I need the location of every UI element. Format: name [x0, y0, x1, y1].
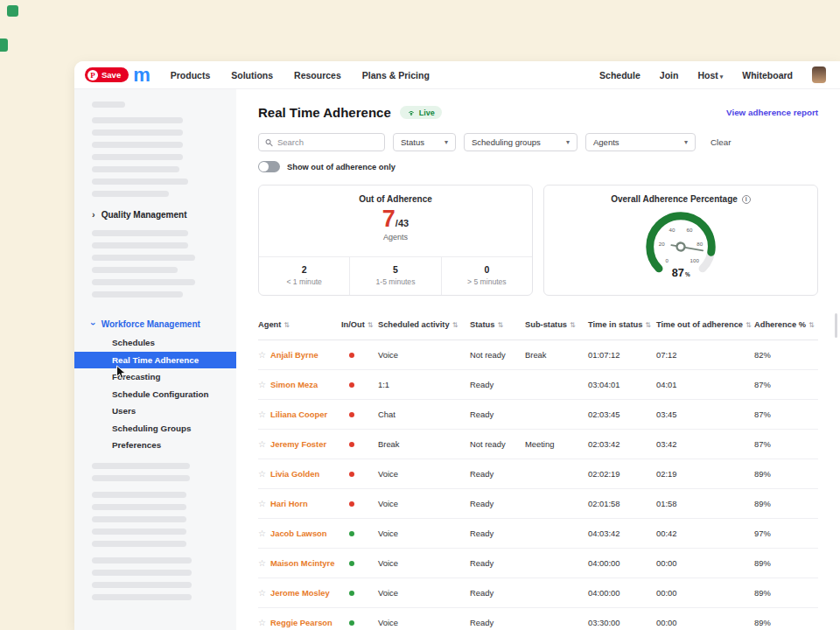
- cell-in-out: [341, 410, 378, 419]
- overall-adherence-title: Overall Adherence Percentage: [611, 194, 738, 204]
- cell-adherence: 82%: [754, 350, 818, 360]
- out-of-adherence-card: Out of Adherence 7/43 Agents 2 < 1 minut…: [258, 185, 533, 296]
- sidebar-item-users[interactable]: Users: [74, 402, 236, 420]
- nav-item-host[interactable]: Host▾: [697, 70, 723, 80]
- overall-adherence-card: Overall Adherence Percentage i 0 20 40 6…: [543, 185, 818, 296]
- column-header-time-in-status[interactable]: Time in status⇅: [588, 320, 656, 329]
- clear-filters-button[interactable]: Clear: [710, 137, 731, 147]
- cell-time-in-status: 04:00:00: [588, 558, 656, 568]
- agents-dropdown[interactable]: Agents ▾: [585, 133, 696, 151]
- sidebar-item-quality-management[interactable]: › Quality Management: [92, 209, 236, 220]
- pinterest-save-button[interactable]: P Save: [85, 67, 129, 82]
- agent-link[interactable]: Jerome Mosley: [270, 588, 330, 598]
- agent-link[interactable]: Jacob Lawson: [270, 528, 327, 538]
- column-header-scheduled-activity[interactable]: Scheduled activity⇅: [378, 320, 470, 329]
- toggle-knob: [259, 162, 269, 172]
- gauge-tick-100: 100: [690, 257, 700, 263]
- view-adherence-report-link[interactable]: View adherence report: [726, 108, 818, 117]
- site-logo[interactable]: m: [133, 64, 150, 87]
- skeleton-bar: [92, 191, 169, 197]
- sort-icon: ⇅: [452, 321, 458, 329]
- agent-link[interactable]: Simon Meza: [270, 380, 318, 389]
- star-icon[interactable]: ☆: [258, 380, 266, 389]
- sidebar-item-schedule-configuration[interactable]: Schedule Configuration: [74, 386, 236, 403]
- cell-in-out: [341, 469, 378, 479]
- table-header: Agent⇅In/Out⇅Scheduled activity⇅Status⇅S…: [258, 313, 818, 340]
- quality-management-label: Quality Management: [102, 210, 187, 220]
- nav-item-resources[interactable]: Resources: [294, 70, 341, 80]
- column-label: Agent: [258, 320, 281, 329]
- cell-in-out: [341, 618, 378, 627]
- star-icon[interactable]: ☆: [258, 528, 266, 538]
- nav-item-schedule[interactable]: Schedule: [599, 70, 640, 80]
- gauge-tick-20: 20: [659, 241, 665, 247]
- cell-in-out: [341, 528, 378, 538]
- column-header-agent[interactable]: Agent⇅: [258, 320, 341, 329]
- star-icon[interactable]: ☆: [258, 618, 266, 627]
- table-scrollbar[interactable]: [835, 313, 837, 338]
- agent-link[interactable]: Livia Golden: [270, 469, 319, 479]
- cell-agent: ☆Reggie Pearson: [258, 618, 341, 627]
- user-avatar[interactable]: [812, 66, 826, 83]
- nav-item-plans-pricing[interactable]: Plans & Pricing: [362, 70, 430, 80]
- star-icon[interactable]: ☆: [258, 469, 266, 479]
- search-icon: [265, 138, 273, 147]
- table-row: ☆Jacob LawsonVoiceReady04:03:4200:4297%: [258, 519, 818, 549]
- star-icon[interactable]: ☆: [258, 350, 266, 360]
- column-label: Time out of adherence: [656, 320, 743, 329]
- skeleton-bar: [92, 117, 183, 123]
- column-header-status[interactable]: Status⇅: [470, 320, 525, 329]
- skeleton-bar: [92, 594, 192, 600]
- column-label: Status: [470, 320, 494, 329]
- nav-left-items: Products Solutions Resources Plans & Pri…: [171, 70, 430, 80]
- inout-status-dot: [349, 412, 354, 417]
- cell-status: Ready: [470, 528, 525, 538]
- column-header-sub-status[interactable]: Sub-status⇅: [525, 320, 588, 329]
- column-header-time-out-of-adherence[interactable]: Time out of adherence⇅: [656, 320, 754, 329]
- skeleton-bar: [92, 492, 186, 498]
- cell-time-in-status: 01:07:12: [588, 350, 656, 360]
- column-label: Sub-status: [525, 320, 567, 329]
- sidebar-item-scheduling-groups[interactable]: Scheduling Groups: [74, 420, 236, 438]
- sidebar-item-schedules[interactable]: Schedules: [74, 334, 236, 352]
- sidebar-item-forecasting[interactable]: Forecasting: [74, 368, 236, 386]
- agent-link[interactable]: Maison Mcintyre: [270, 558, 334, 568]
- agent-link[interactable]: Liliana Cooper: [270, 410, 327, 419]
- search-input[interactable]: [277, 137, 378, 147]
- star-icon[interactable]: ☆: [258, 410, 266, 419]
- chevron-down-icon: ▾: [444, 138, 448, 146]
- star-icon[interactable]: ☆: [258, 499, 266, 508]
- cell-time-in-status: 04:03:42: [588, 528, 656, 538]
- sidebar-item-preferences[interactable]: Preferences: [74, 437, 236, 454]
- sidebar-item-workforce-management[interactable]: › Workforce Management: [92, 318, 236, 329]
- scheduling-groups-label: Scheduling groups: [472, 137, 541, 147]
- star-icon[interactable]: ☆: [258, 588, 266, 598]
- nav-item-solutions[interactable]: Solutions: [231, 70, 273, 80]
- cell-scheduled-activity: Voice: [378, 499, 470, 508]
- nav-item-join[interactable]: Join: [660, 70, 679, 80]
- inout-status-dot: [349, 501, 354, 507]
- column-header-in-out[interactable]: In/Out⇅: [341, 320, 378, 329]
- cell-agent: ☆Anjali Byrne: [258, 350, 341, 360]
- nav-item-whiteboard[interactable]: Whiteboard: [742, 70, 793, 80]
- column-header-adherence[interactable]: Adherence %⇅: [754, 320, 818, 329]
- page-title: Real Time Adherence: [258, 105, 391, 120]
- agent-link[interactable]: Reggie Pearson: [270, 618, 332, 627]
- star-icon[interactable]: ☆: [258, 558, 266, 568]
- live-badge: Live: [400, 106, 442, 119]
- info-icon[interactable]: i: [742, 195, 751, 204]
- agent-link[interactable]: Hari Horn: [270, 499, 308, 508]
- table-row: ☆Jeremy FosterBreakNot readyMeeting02:03…: [258, 430, 818, 459]
- scheduling-groups-dropdown[interactable]: Scheduling groups ▾: [464, 133, 578, 151]
- sidebar-item-real-time-adherence[interactable]: Real Time Adherence: [74, 352, 236, 369]
- gauge-tick-60: 60: [687, 227, 693, 233]
- chevron-right-icon: ›: [92, 210, 95, 219]
- out-of-adherence-toggle[interactable]: [258, 161, 280, 172]
- agent-link[interactable]: Jeremy Foster: [270, 439, 326, 449]
- star-icon[interactable]: ☆: [258, 439, 266, 449]
- agent-link[interactable]: Anjali Byrne: [270, 350, 318, 360]
- status-dropdown[interactable]: Status ▾: [393, 133, 456, 151]
- agents-dropdown-label: Agents: [593, 137, 620, 147]
- nav-item-products[interactable]: Products: [171, 70, 211, 80]
- page-background: P Save m Products Solutions Resources Pl…: [0, 0, 840, 630]
